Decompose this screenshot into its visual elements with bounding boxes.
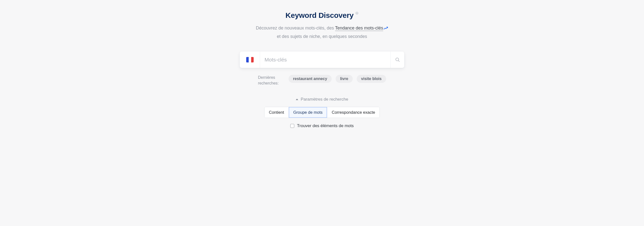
match-option-word-group[interactable]: Groupe de mots bbox=[289, 107, 327, 118]
recent-searches-label: Dernières recherches: bbox=[258, 75, 279, 86]
trend-up-icon bbox=[384, 24, 388, 32]
france-flag-icon bbox=[246, 57, 254, 62]
recent-chip[interactable]: visite blois bbox=[357, 75, 386, 83]
chevron-up-icon bbox=[296, 99, 298, 100]
svg-text:?: ? bbox=[356, 12, 358, 14]
recent-chip[interactable]: livre bbox=[336, 75, 353, 83]
recent-searches-chips: restaurant annecy livre visite blois bbox=[288, 75, 386, 83]
match-type-segmented-control: Contient Groupe de mots Correspondance e… bbox=[264, 107, 380, 118]
search-bar bbox=[240, 52, 404, 68]
search-params-toggle[interactable]: Paramètres de recherche bbox=[296, 97, 348, 102]
page-subtitle: Découvrez de nouveaux mots-clés, des Ten… bbox=[256, 24, 388, 41]
subtitle-text-2: et des sujets de niche, en quelques seco… bbox=[277, 34, 367, 39]
search-params-label: Paramètres de recherche bbox=[301, 97, 348, 102]
match-option-contains[interactable]: Contient bbox=[264, 107, 289, 118]
checkbox-icon bbox=[290, 124, 294, 128]
find-word-elements-checkbox[interactable]: Trouver des éléments de mots bbox=[290, 124, 354, 128]
recent-chip[interactable]: restaurant annecy bbox=[288, 75, 332, 83]
subtitle-text-1: Découvrez de nouveaux mots-clés, des bbox=[256, 26, 335, 30]
keyword-search-input[interactable] bbox=[260, 52, 390, 68]
checkbox-label: Trouver des éléments de mots bbox=[297, 124, 354, 128]
keyword-trends-link[interactable]: Tendance des mots-clés bbox=[335, 26, 383, 31]
country-selector[interactable] bbox=[240, 52, 260, 68]
search-icon bbox=[395, 57, 400, 62]
page-title: Keyword Discovery bbox=[285, 11, 354, 20]
help-icon[interactable]: ? bbox=[355, 12, 359, 16]
match-option-exact[interactable]: Correspondance exacte bbox=[327, 107, 380, 118]
svg-line-3 bbox=[398, 60, 399, 62]
search-button[interactable] bbox=[390, 52, 404, 68]
